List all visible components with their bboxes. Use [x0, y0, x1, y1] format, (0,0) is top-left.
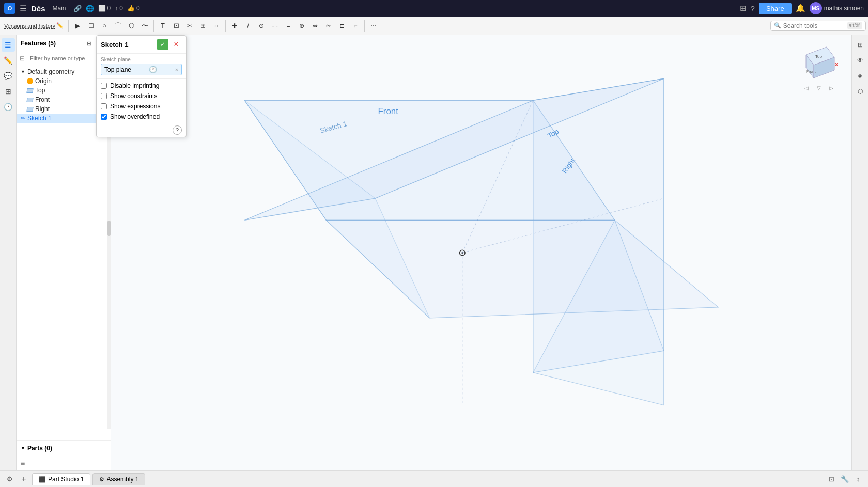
user-avatar[interactable]: MS mathis simoen	[810, 2, 864, 14]
svg-text:X: X	[835, 62, 838, 67]
grid-icon[interactable]: ⊞	[740, 4, 747, 13]
fix-btn[interactable]: ⊕	[296, 19, 308, 33]
equal-btn[interactable]: =	[282, 19, 295, 33]
sketch-help-button[interactable]: ?	[173, 125, 182, 135]
sketch-confirm-button[interactable]: ✓	[157, 39, 168, 50]
history-icon[interactable]: 🕐	[2, 100, 15, 114]
properties-icon[interactable]: ⊞	[2, 85, 15, 98]
share-button[interactable]: Share	[759, 3, 792, 14]
toolbar: Versions and history ✏️ ▶ ☐ ○ ⌒ ⬡ 〜 T ⊡ …	[0, 17, 868, 35]
mirror-btn[interactable]: ⇔	[309, 19, 321, 33]
compass-left[interactable]: ◁	[804, 85, 809, 91]
snap-btn[interactable]: ⊙	[255, 19, 268, 33]
features-icon[interactable]: ☰	[2, 38, 15, 52]
bottom-settings-icon[interactable]: ⚙	[4, 474, 16, 485]
left-icon-bar: ☰ ✏️ 💬 ⊞ 🕐	[0, 35, 17, 470]
right-label: Right	[35, 105, 50, 113]
bottom-right-icon3[interactable]: ↕	[853, 474, 864, 485]
transform-btn[interactable]: ⊡	[170, 19, 182, 33]
right-panel-btn4[interactable]: ⬡	[854, 85, 867, 98]
nav-link-icon[interactable]: 🔗	[73, 5, 82, 12]
bottom-right-icon1[interactable]: ⊡	[826, 474, 837, 485]
add-tab-button[interactable]: +	[18, 473, 30, 485]
parts-chevron-icon: ▼	[21, 446, 25, 451]
line-btn[interactable]: /	[242, 19, 254, 33]
more-btn[interactable]: ⋯	[367, 19, 380, 33]
sketch-plane-label: Sketch plane	[101, 57, 182, 62]
right-panel-btn2[interactable]: 👁	[854, 54, 867, 67]
show-constraints-label: Show constraints	[110, 92, 157, 100]
pattern-btn[interactable]: ⊞	[197, 19, 209, 33]
fillet-btn[interactable]: ⌐	[349, 19, 362, 33]
search-box: 🔍 alt/⌘	[770, 21, 866, 31]
show-overdefined-checkbox[interactable]	[101, 114, 107, 120]
view-cube[interactable]: Top Front X ◁ ▽ ▷	[796, 39, 842, 91]
rectangle-btn[interactable]: ☐	[85, 19, 97, 33]
tab-assembly[interactable]: ⚙ Assembly 1	[92, 473, 145, 485]
panel-title: Features (5)	[21, 40, 82, 47]
top-label: Top	[35, 87, 45, 94]
svg-text:Front: Front	[806, 69, 816, 74]
point-btn[interactable]: ✚	[228, 19, 241, 33]
sketch-popup: Sketch 1 ✓ × Sketch plane Top plane 🕐 × …	[96, 35, 187, 137]
origin-label: Origin	[35, 77, 52, 85]
arc-btn[interactable]: ⌒	[112, 19, 124, 33]
disable-imprinting-checkbox[interactable]	[101, 83, 107, 89]
list-icon[interactable]: ≡	[21, 459, 25, 467]
trim-btn[interactable]: ✁	[322, 19, 335, 33]
sketch-help-area: ?	[97, 123, 186, 137]
circle-btn[interactable]: ○	[98, 19, 111, 33]
filter-input[interactable]	[27, 54, 107, 62]
assembly-icon: ⚙	[99, 476, 104, 483]
show-expressions-checkbox[interactable]	[101, 103, 107, 109]
show-overdefined-label: Show overdefined	[110, 113, 160, 120]
edit-icon: ✏️	[56, 22, 64, 29]
viewport[interactable]: Sketch 1 Front Top Right	[111, 35, 868, 470]
option-show-expressions[interactable]: Show expressions	[101, 103, 182, 110]
option-show-constraints[interactable]: Show constraints	[101, 92, 182, 100]
option-show-overdefined[interactable]: Show overdefined	[101, 113, 182, 120]
bottombar-right: ⊡ 🔧 ↕	[826, 474, 864, 485]
dimension-btn[interactable]: ↔	[210, 19, 223, 33]
text-btn[interactable]: T	[157, 19, 169, 33]
notification-icon[interactable]: 🔔	[796, 4, 805, 13]
construction-btn[interactable]: - -	[269, 19, 281, 33]
search-icon: 🔍	[774, 22, 781, 29]
show-constraints-checkbox[interactable]	[101, 93, 107, 99]
bottom-right-icon2[interactable]: 🔧	[839, 474, 850, 485]
sketch-popup-title: Sketch 1	[101, 41, 155, 49]
select-btn[interactable]: ▶	[71, 19, 84, 33]
right-panel-btn3[interactable]: ◈	[854, 69, 867, 83]
sketch-tools-icon[interactable]: ✏️	[2, 54, 15, 67]
comments-icon[interactable]: 💬	[2, 69, 15, 83]
compass-right[interactable]: ▷	[829, 85, 833, 91]
scrollbar-thumb[interactable]	[107, 221, 111, 236]
polygon-btn[interactable]: ⬡	[125, 19, 137, 33]
search-input[interactable]	[783, 22, 845, 29]
sketch-icon: ✏	[21, 115, 25, 122]
compass-down[interactable]: ▽	[817, 85, 821, 91]
plane-clock-icon[interactable]: 🕐	[149, 66, 157, 73]
option-disable-imprinting[interactable]: Disable imprinting	[101, 82, 182, 89]
nav-main[interactable]: Main	[50, 4, 69, 13]
panel-icon1[interactable]: ⊞	[84, 38, 94, 49]
separator2	[153, 20, 154, 32]
plane-value-text: Top plane	[104, 66, 131, 73]
squares-icon: ⬜	[98, 5, 106, 12]
right-panel-btn1[interactable]: ⊞	[854, 38, 867, 52]
versions-history-btn[interactable]: Versions and history ✏️	[2, 21, 66, 30]
doc-title: Dés	[31, 4, 45, 13]
hamburger-icon[interactable]: ☰	[20, 4, 27, 13]
parts-header[interactable]: ▼ Parts (0)	[21, 443, 106, 454]
plane-close-icon[interactable]: ×	[175, 67, 178, 73]
help-icon[interactable]: ?	[751, 4, 755, 13]
offset-btn[interactable]: ⊏	[336, 19, 348, 33]
sketch-ops-btn[interactable]: ✂	[183, 19, 196, 33]
sketch-cancel-button[interactable]: ×	[171, 39, 182, 50]
tab-part-studio[interactable]: ⬛ Part Studio 1	[32, 473, 90, 485]
nav-globe-icon[interactable]: 🌐	[86, 5, 94, 12]
part-studio-label: Part Studio 1	[48, 476, 84, 483]
counter-arrows: ↑ 0	[115, 5, 123, 12]
spline-btn[interactable]: 〜	[138, 19, 151, 33]
user-name: mathis simoen	[824, 5, 864, 12]
